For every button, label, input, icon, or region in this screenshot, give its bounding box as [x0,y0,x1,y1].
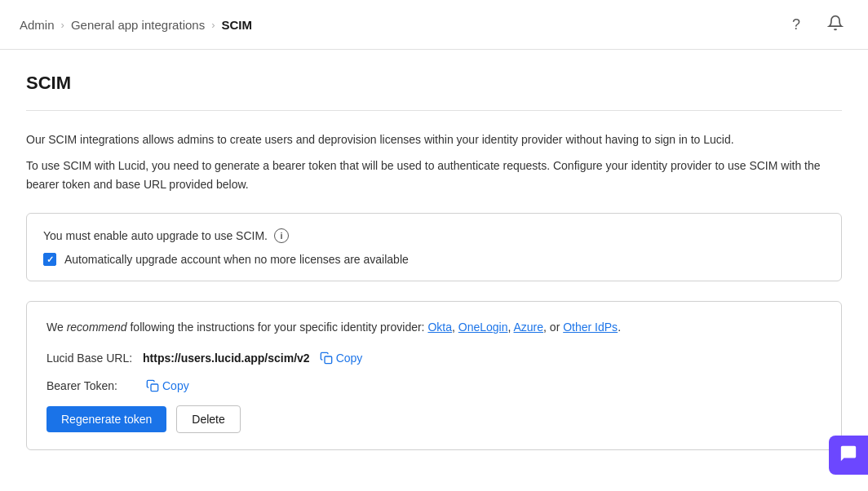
auto-upgrade-checkbox[interactable] [43,253,56,266]
bell-icon [827,15,844,35]
info-box-title-text: You must enable auto upgrade to use SCIM… [43,229,268,242]
page-title: SCIM [26,73,842,94]
breadcrumb-admin[interactable]: Admin [20,18,55,32]
copy-bearer-icon [146,379,159,392]
svg-rect-0 [325,356,332,364]
regenerate-token-button[interactable]: Regenerate token [46,406,166,432]
help-button[interactable]: ? [783,11,809,38]
copy-base-url-button[interactable]: Copy [317,350,366,366]
action-buttons-row: Regenerate token Delete [46,405,822,433]
recommend-suffix: . [618,321,621,334]
breadcrumb-sep-1: › [61,19,64,31]
base-url-row: Lucid Base URL: https://users.lucid.app/… [46,350,822,366]
azure-link[interactable]: Azure [514,321,544,334]
info-circle-icon: i [274,228,289,243]
bearer-token-label: Bearer Token: [46,379,136,392]
base-url-label: Lucid Base URL: [46,352,136,365]
section-divider [26,110,842,111]
header: Admin › General app integrations › SCIM … [0,0,868,50]
okta-link[interactable]: Okta [427,321,452,334]
svg-rect-1 [151,384,158,391]
breadcrumb-integrations[interactable]: General app integrations [71,18,205,32]
copy-bearer-token-button[interactable]: Copy [143,378,193,394]
info-box-title-row: You must enable auto upgrade to use SCIM… [43,228,825,243]
recommend-or: , or [543,321,563,334]
chat-icon [839,445,857,467]
auto-upgrade-checkbox-row[interactable]: Automatically upgrade account when no mo… [43,253,825,266]
recommend-mid: following the instructions for your spec… [127,321,428,334]
bearer-token-row: Bearer Token: Copy [46,378,822,394]
description-1: Our SCIM integrations allows admins to c… [26,130,842,148]
auto-upgrade-info-box: You must enable auto upgrade to use SCIM… [26,213,842,281]
chat-widget-button[interactable] [829,436,868,473]
auto-upgrade-label: Automatically upgrade account when no mo… [64,253,409,266]
copy-base-url-icon [320,352,333,365]
recommend-text: We recommend following the instructions … [46,318,822,336]
copy-bearer-label: Copy [162,379,189,392]
recommend-box: We recommend following the instructions … [26,301,842,449]
breadcrumb-current: SCIM [222,18,253,32]
recommend-prefix: We [46,321,67,334]
delete-button[interactable]: Delete [176,405,240,433]
onelogin-link[interactable]: OneLogin [458,321,508,334]
other-idps-link[interactable]: Other IdPs [563,321,618,334]
header-icons: ? [783,11,848,38]
breadcrumb-sep-2: › [211,19,215,31]
breadcrumb: Admin › General app integrations › SCIM [20,18,252,32]
description-2: To use SCIM with Lucid, you need to gene… [26,157,842,193]
base-url-value: https://users.lucid.app/scim/v2 [143,352,310,365]
recommend-italic: recommend [67,321,127,334]
main-content: SCIM Our SCIM integrations allows admins… [0,50,868,473]
copy-base-url-label: Copy [336,352,363,365]
help-icon: ? [792,16,800,33]
notifications-button[interactable] [822,11,848,38]
